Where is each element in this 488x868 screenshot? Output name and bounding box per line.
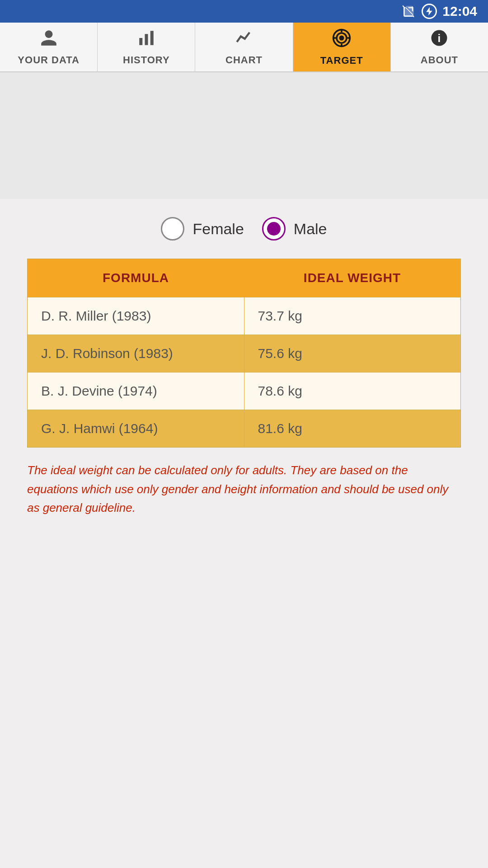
line-chart-icon (235, 28, 253, 52)
tab-history-label: HISTORY (123, 54, 170, 66)
bar-chart-icon (137, 28, 156, 52)
weight-table: FORMULA IDEAL WEIGHT D. R. Miller (1983)… (27, 259, 461, 448)
formula-cell: J. D. Robinson (1983) (28, 335, 244, 372)
formula-cell: G. J. Hamwi (1964) (28, 410, 244, 447)
male-radio[interactable] (262, 217, 286, 241)
table-row: J. D. Robinson (1983) 75.6 kg (28, 335, 460, 372)
weight-cell: 73.7 kg (244, 297, 461, 335)
nav-tabs: YOUR DATA HISTORY CHART (0, 23, 488, 72)
svg-text:i: i (438, 32, 441, 44)
disclaimer-text: The ideal weight can be calculated only … (27, 461, 461, 518)
tab-your-data-label: YOUR DATA (18, 54, 80, 66)
person-icon (39, 28, 58, 52)
table-row: D. R. Miller (1983) 73.7 kg (28, 297, 460, 335)
svg-rect-2 (150, 31, 154, 45)
table-header: FORMULA IDEAL WEIGHT (28, 259, 460, 297)
table-row: G. J. Hamwi (1964) 81.6 kg (28, 410, 460, 447)
tab-about-label: ABOUT (421, 54, 458, 66)
male-radio-fill (267, 222, 281, 236)
female-radio[interactable] (161, 217, 184, 241)
weight-cell: 78.6 kg (244, 373, 461, 410)
female-label: Female (192, 220, 244, 238)
tab-about[interactable]: i ABOUT (391, 23, 488, 71)
table-row: B. J. Devine (1974) 78.6 kg (28, 372, 460, 410)
main-content: Female Male FORMULA IDEAL WEIGHT D. R. M… (0, 199, 488, 536)
status-bar: 12:04 (0, 0, 488, 23)
tab-chart[interactable]: CHART (195, 23, 293, 71)
male-label: Male (294, 220, 327, 238)
formula-cell: B. J. Devine (1974) (28, 373, 244, 410)
weight-cell: 81.6 kg (244, 410, 461, 447)
tab-target-label: TARGET (320, 55, 363, 66)
header-formula: FORMULA (28, 259, 244, 297)
gender-selector: Female Male (27, 217, 461, 241)
target-icon (332, 28, 352, 52)
flash-icon (422, 4, 437, 19)
header-ideal-weight: IDEAL WEIGHT (244, 259, 460, 297)
svg-rect-0 (139, 38, 142, 45)
tab-target[interactable]: TARGET (293, 23, 391, 71)
info-icon: i (430, 28, 449, 52)
no-sim-icon (402, 4, 416, 19)
tab-chart-label: CHART (225, 54, 263, 66)
status-icons: 12:04 (402, 4, 477, 19)
ad-banner (0, 72, 488, 199)
tab-history[interactable]: HISTORY (98, 23, 195, 71)
formula-cell: D. R. Miller (1983) (28, 297, 244, 335)
svg-rect-1 (145, 34, 148, 45)
svg-point-5 (340, 36, 343, 39)
weight-cell: 75.6 kg (244, 335, 461, 372)
male-option[interactable]: Male (262, 217, 327, 241)
female-option[interactable]: Female (161, 217, 244, 241)
status-time: 12:04 (442, 4, 477, 19)
tab-your-data[interactable]: YOUR DATA (0, 23, 98, 71)
